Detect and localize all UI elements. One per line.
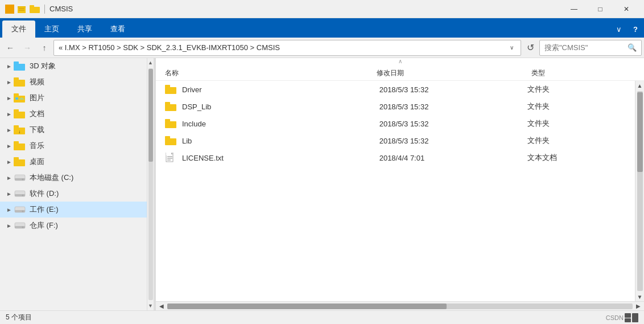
nav-item-video[interactable]: ► 视频	[0, 74, 147, 90]
svg-rect-8	[14, 80, 25, 87]
drive-icon	[14, 173, 26, 183]
file-row-driver[interactable]: Driver 2018/5/3 15:32 文件夹	[156, 81, 635, 98]
search-icon: 🔍	[628, 43, 637, 52]
tab-file[interactable]: 文件	[2, 20, 35, 38]
tab-view[interactable]: 查看	[101, 20, 134, 38]
file-name: Driver	[182, 85, 379, 94]
svg-rect-19	[14, 143, 25, 150]
nav-expand-icon: ►	[5, 127, 14, 133]
nav-expand-icon: ►	[5, 63, 14, 69]
app-icon-note	[17, 4, 27, 14]
nav-item-diskC[interactable]: ► 本地磁盘 (C:)	[0, 170, 147, 186]
nav-item-music[interactable]: ► 音乐	[0, 138, 147, 154]
right-scroll-track[interactable]	[637, 91, 643, 291]
app-icon-orange	[5, 4, 15, 14]
left-nav-content: ► 3D 对象 ► 视频 ► 图片 ►	[0, 58, 147, 310]
nav-expand-icon: ►	[5, 95, 14, 101]
nav-label: 本地磁盘 (C:)	[30, 173, 73, 183]
h-scroll-left[interactable]: ◀	[157, 302, 166, 310]
file-type: 文本文档	[527, 153, 626, 163]
file-type: 文件夹	[527, 84, 626, 95]
col-header-type[interactable]: 类型	[531, 68, 635, 78]
svg-rect-9	[14, 77, 19, 80]
nav-label: 音乐	[30, 141, 44, 151]
folder-icon	[165, 101, 177, 112]
address-chevron-icon[interactable]: ∨	[510, 44, 514, 51]
minimize-button[interactable]: —	[561, 0, 587, 18]
csdn-icon	[625, 313, 638, 322]
svg-rect-42	[165, 136, 170, 139]
right-scroll-up[interactable]: ▲	[636, 81, 644, 90]
svg-rect-12	[15, 97, 18, 100]
right-scrollbar: ▲ ▼	[635, 81, 644, 301]
svg-rect-11	[14, 93, 19, 96]
nav-item-diskD[interactable]: ► 软件 (D:)	[0, 186, 147, 202]
left-scroll-down[interactable]: ▼	[147, 301, 154, 310]
nav-item-pictures[interactable]: ► 图片	[0, 90, 147, 106]
back-button[interactable]: ←	[2, 40, 18, 56]
nav-item-docs[interactable]: ► 文档	[0, 106, 147, 122]
right-scroll-down[interactable]: ▼	[636, 292, 644, 301]
svg-rect-38	[165, 102, 170, 105]
tab-home[interactable]: 主页	[35, 20, 68, 38]
file-row-include[interactable]: Include 2018/5/3 15:32 文件夹	[156, 115, 635, 132]
left-scroll-track[interactable]	[148, 68, 153, 300]
file-row-license[interactable]: LICENSE.txt 2018/4/4 7:01 文本文档	[156, 149, 635, 166]
nav-label: 视频	[30, 77, 44, 87]
nav-label: 图片	[30, 93, 44, 103]
col-header-date[interactable]: 修改日期	[377, 68, 532, 78]
svg-point-25	[22, 179, 24, 181]
file-date: 2018/4/4 7:01	[379, 154, 527, 162]
right-main: Driver 2018/5/3 15:32 文件夹 DSP_Lib 2018/5…	[156, 81, 644, 301]
h-scroll-right[interactable]: ▶	[634, 302, 643, 310]
folder-icon	[165, 84, 177, 95]
up-button[interactable]: ↑	[36, 40, 52, 56]
col-header-name[interactable]: 名称	[165, 68, 377, 78]
svg-rect-14	[14, 112, 25, 118]
svg-rect-20	[14, 141, 19, 144]
file-name: Lib	[182, 137, 379, 145]
drive-icon	[14, 188, 26, 199]
svg-rect-1	[18, 6, 26, 7]
svg-rect-35	[165, 87, 176, 94]
forward-button[interactable]: →	[19, 40, 35, 56]
folder-icon	[14, 141, 26, 150]
svg-rect-6	[14, 64, 25, 71]
folder-icon	[165, 118, 177, 129]
file-date: 2018/5/3 15:32	[379, 102, 527, 111]
help-button[interactable]: ?	[629, 23, 642, 35]
svg-rect-37	[165, 104, 176, 111]
nav-item-downloads[interactable]: ► ↓ 下载	[0, 122, 147, 138]
refresh-button[interactable]: ↺	[522, 40, 538, 56]
nav-expand-icon: ►	[5, 223, 14, 229]
file-row-lib[interactable]: Lib 2018/5/3 15:32 文件夹	[156, 132, 635, 149]
nav-item-desktop[interactable]: ► 桌面	[0, 154, 147, 170]
nav-label: 3D 对象	[30, 61, 56, 71]
folder-icon	[14, 109, 26, 118]
nav-item-diskF[interactable]: ► 仓库 (F:)	[0, 218, 147, 233]
search-input[interactable]	[544, 43, 628, 52]
text-file-icon	[165, 153, 177, 163]
svg-rect-7	[14, 61, 19, 64]
close-button[interactable]: ✕	[613, 0, 639, 18]
nav-item-3d[interactable]: ► 3D 对象	[0, 58, 147, 74]
file-name: LICENSE.txt	[182, 154, 379, 162]
nav-item-diskE[interactable]: ► 工作 (E:)	[0, 202, 147, 218]
main-area: ► 3D 对象 ► 视频 ► 图片 ►	[0, 58, 644, 310]
file-row-dsp[interactable]: DSP_Lib 2018/5/3 15:32 文件夹	[156, 98, 635, 115]
status-bar: 5 个项目 CSDN	[0, 310, 644, 324]
sort-arrow: ∧	[156, 58, 644, 66]
h-scroll-track[interactable]	[167, 304, 633, 309]
file-list: Driver 2018/5/3 15:32 文件夹 DSP_Lib 2018/5…	[156, 81, 635, 301]
ribbon-collapse-icon[interactable]: ∨	[613, 23, 625, 35]
address-box[interactable]: « I.MX > RT1050 > SDK > SDK_2.3.1_EVKB-I…	[53, 40, 521, 56]
file-date: 2018/5/3 15:32	[379, 120, 527, 128]
left-scroll-up[interactable]: ▲	[147, 58, 154, 67]
maximize-button[interactable]: □	[587, 0, 613, 18]
nav-label: 软件 (D:)	[30, 188, 59, 199]
tab-share[interactable]: 共享	[68, 20, 101, 38]
file-date: 2018/5/3 15:32	[379, 85, 527, 94]
drive-icon	[14, 204, 26, 215]
nav-expand-icon: ►	[5, 191, 14, 197]
search-box[interactable]: 🔍	[539, 40, 642, 56]
